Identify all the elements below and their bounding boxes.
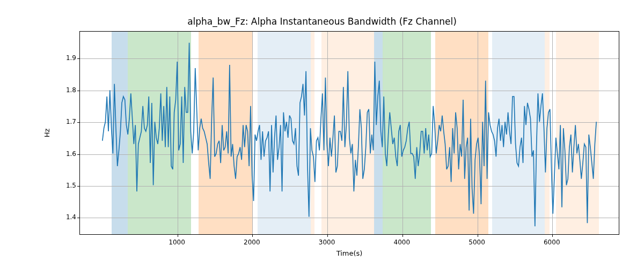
xtick-mark — [327, 234, 328, 237]
data-line — [80, 32, 619, 234]
ytick-label: 1.5 — [66, 182, 76, 189]
series-line — [103, 43, 596, 227]
xtick-mark — [552, 234, 553, 237]
plot-area — [79, 31, 619, 235]
ytick-label: 1.9 — [66, 54, 76, 62]
ytick-label: 1.8 — [66, 86, 76, 94]
xtick-mark — [178, 234, 178, 237]
xtick-label: 3000 — [319, 239, 335, 246]
ytick-label: 1.6 — [66, 150, 76, 158]
xtick-label: 4000 — [394, 239, 411, 246]
xtick-label: 1000 — [169, 239, 185, 246]
xtick-mark — [478, 234, 478, 237]
chart-title: alpha_bw_Fz: Alpha Instantaneous Bandwid… — [0, 16, 644, 27]
xtick-label: 6000 — [544, 239, 560, 246]
ytick-label: 1.4 — [66, 213, 76, 221]
x-axis-label: Time(s) — [336, 249, 363, 257]
ytick-label: 1.7 — [66, 118, 76, 125]
xtick-label: 5000 — [469, 239, 485, 246]
y-axis-label: Hz — [43, 129, 51, 138]
xtick-label: 2000 — [244, 239, 260, 246]
chart-figure: alpha_bw_Fz: Alpha Instantaneous Bandwid… — [0, 0, 644, 268]
xtick-mark — [252, 234, 253, 237]
xtick-mark — [402, 234, 403, 237]
